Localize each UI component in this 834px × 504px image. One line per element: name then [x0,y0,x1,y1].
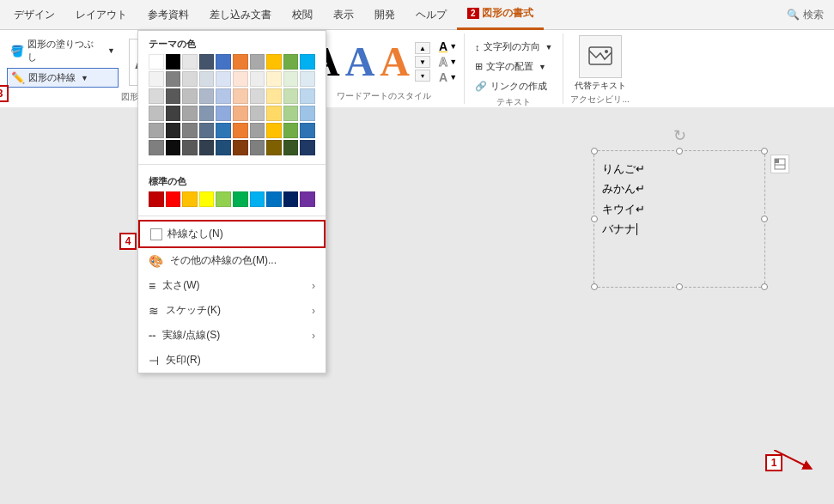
tab-developer[interactable]: 開発 [364,0,405,30]
g-gold-1[interactable] [266,71,282,87]
g-orange-1[interactable] [233,71,248,87]
handle-top-left[interactable] [591,148,598,155]
text-align-button[interactable]: ⊞ 文字の配置 ▼ [472,58,556,75]
color-blue[interactable] [216,54,231,70]
std-color-lightblue[interactable] [250,191,265,207]
tab-mailings[interactable]: 差し込み文書 [199,0,282,30]
g-black-3[interactable] [166,106,181,121]
handle-top-right[interactable] [761,148,768,155]
g-blue-3[interactable] [216,106,231,121]
g-cyan-1[interactable] [300,71,315,87]
text-link-button[interactable]: 🔗 リンクの作成 [472,78,556,94]
layout-options-button[interactable] [770,155,789,173]
std-color-yellow[interactable] [199,191,215,207]
dashed-item[interactable]: ╌ 実線/点線(S) › [138,323,326,348]
shape-fill-button[interactable]: 🪣 図形の塗りつぶし ▼ [7,35,119,66]
g-green-5[interactable] [283,140,299,155]
g-orange-4[interactable] [233,123,248,138]
color-darkblue[interactable] [199,54,215,70]
g-blue-2[interactable] [216,88,231,104]
g-gray2-3[interactable] [250,106,265,121]
g-gray2-1[interactable] [250,71,265,87]
g-gray-5[interactable] [182,140,198,155]
std-color-red[interactable] [166,191,181,207]
color-gold[interactable] [266,54,282,70]
more-colors-item[interactable]: 🎨 その他の枠線の色(M)... [138,248,326,273]
handle-middle-left[interactable] [591,216,598,222]
g-gold-5[interactable] [266,140,282,155]
g-cyan-2[interactable] [300,88,315,104]
text-outline-button[interactable]: A ▼ [439,55,457,69]
std-color-purple[interactable] [300,191,315,207]
handle-middle-right[interactable] [761,216,768,222]
g-navy-5[interactable] [199,140,215,155]
g-black-2[interactable] [166,88,181,104]
g-gray-4[interactable] [182,123,198,138]
g-gray2-2[interactable] [250,88,265,104]
wordart-down-button[interactable]: ▼ [415,56,430,68]
std-color-green[interactable] [233,191,248,207]
tab-view[interactable]: 表示 [323,0,364,30]
g-cyan-3[interactable] [300,106,315,121]
g-gray-1[interactable] [182,71,198,87]
std-color-darkblue[interactable] [283,191,299,207]
g-gray-3[interactable] [182,106,198,121]
weight-item[interactable]: ≡ 太さ(W) › [138,273,326,298]
color-teal[interactable] [283,54,299,70]
g-green-4[interactable] [283,123,299,138]
alt-text-button[interactable] [579,35,622,78]
arrow-item[interactable]: ⊣ 矢印(R) [138,348,326,373]
std-color-blue[interactable] [266,191,282,207]
g-white-3[interactable] [149,106,164,121]
g-green-2[interactable] [283,88,299,104]
rotate-handle[interactable]: ↻ [673,126,686,145]
text-color-a-button[interactable]: A ▼ [439,39,457,53]
g-blue-4[interactable] [216,123,231,138]
handle-bottom-left[interactable] [591,283,598,290]
handle-bottom-middle[interactable] [676,283,683,290]
wordart-a-orange[interactable]: A [380,41,410,82]
tab-shape-format[interactable]: 2 図形の書式 [457,0,544,30]
g-gold-4[interactable] [266,123,282,138]
g-gray2-5[interactable] [250,140,265,155]
g-navy-3[interactable] [199,106,215,121]
g-orange-3[interactable] [233,106,248,121]
g-white-1[interactable] [149,71,164,87]
tab-design[interactable]: デザイン [3,0,65,30]
color-orange[interactable] [233,54,248,70]
g-orange-2[interactable] [233,88,248,104]
g-green-1[interactable] [283,71,299,87]
color-black[interactable] [166,54,181,70]
sketch-item[interactable]: ≋ スケッチ(K) › [138,298,326,323]
g-black-1[interactable] [166,71,181,87]
g-navy-1[interactable] [199,71,215,87]
g-blue-5[interactable] [216,140,231,155]
color-lightgray[interactable] [182,54,198,70]
g-black-5[interactable] [166,140,181,155]
no-border-item[interactable]: 枠線なし(N) [138,220,326,248]
g-blue-1[interactable] [216,71,231,87]
text-direction-button[interactable]: ↕ 文字列の方向 ▼ [472,39,556,55]
g-white-2[interactable] [149,88,164,104]
g-gray2-4[interactable] [250,123,265,138]
wordart-up-button[interactable]: ▲ [415,42,430,54]
tab-review[interactable]: 校閲 [282,0,323,30]
color-cyan[interactable] [300,54,315,70]
std-color-darkred[interactable] [149,191,164,207]
color-white[interactable] [149,54,164,70]
g-black-4[interactable] [166,123,181,138]
color-gray2[interactable] [250,54,265,70]
tab-references[interactable]: 参考資料 [137,0,199,30]
handle-bottom-right[interactable] [761,283,768,290]
shape-outline-button[interactable]: ✏️ 図形の枠線 ▼ [7,68,119,88]
g-orange-5[interactable] [233,140,248,155]
std-color-lightgreen[interactable] [216,191,231,207]
tab-help[interactable]: ヘルプ [405,0,457,30]
g-gray-2[interactable] [182,88,198,104]
textbox-container[interactable]: ↻ りんご↵ みかん↵ キウイ↵ バナナ [594,150,765,288]
g-white-4[interactable] [149,123,164,138]
g-white-5[interactable] [149,140,164,155]
wordart-expand-button[interactable]: ▾ [415,70,430,82]
std-color-orange[interactable] [182,191,198,207]
g-cyan-5[interactable] [300,140,315,155]
